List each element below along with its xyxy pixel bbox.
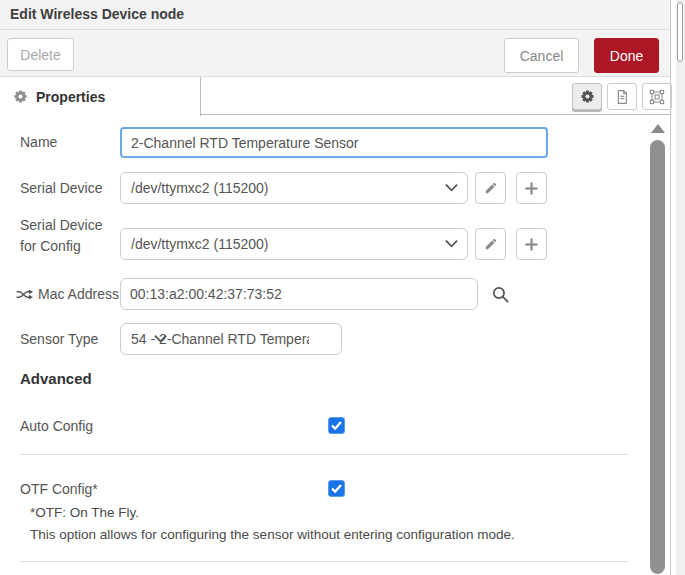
add-serial-device-button[interactable] (516, 172, 547, 204)
form-scrollbar-thumb[interactable] (650, 140, 665, 574)
edit-serial-device-button[interactable] (475, 172, 506, 204)
serial-device-value: /dev/ttymxc2 (115200) (131, 180, 268, 196)
name-label: Name (20, 134, 57, 150)
edit-node-dialog: Edit Wireless Device node Delete Cancel … (0, 0, 685, 575)
chevron-down-icon (154, 334, 332, 343)
gear-icon (580, 89, 595, 104)
pencil-icon (484, 181, 498, 195)
cancel-button[interactable]: Cancel (504, 38, 579, 73)
plus-icon (525, 238, 538, 251)
plus-icon (525, 182, 538, 195)
name-input[interactable] (120, 127, 548, 158)
section-divider (20, 561, 628, 562)
add-serial-device-config-button[interactable] (516, 228, 547, 260)
section-divider (20, 454, 628, 455)
dialog-header: Edit Wireless Device node (0, 0, 670, 30)
page-scrollbar-thumb[interactable] (677, 2, 683, 62)
scroll-up-button[interactable] (651, 124, 665, 133)
mac-address-label-row: Mac Address (16, 286, 119, 302)
editor-tab-bar: Properties (0, 77, 670, 115)
document-icon (614, 89, 630, 105)
properties-form: Name Serial Device /dev/ttymxc2 (115200) (0, 115, 670, 574)
delete-button[interactable]: Delete (7, 38, 74, 71)
sensor-type-label: Sensor Type (20, 331, 98, 347)
dialog-title: Edit Wireless Device node (10, 6, 184, 22)
otf-note-line1: *OTF: On The Fly. (30, 505, 139, 520)
otf-config-label: OTF Config* (20, 481, 98, 497)
tray-right-edge (670, 0, 671, 575)
search-icon[interactable] (491, 285, 510, 304)
appearance-tab-button[interactable] (642, 83, 672, 110)
description-tab-button[interactable] (607, 83, 637, 110)
serial-device-config-value: /dev/ttymxc2 (115200) (131, 236, 268, 252)
edit-tray: Edit Wireless Device node Delete Cancel … (0, 0, 670, 575)
serial-device-config-label: Serial Device for Config (20, 215, 110, 257)
shuffle-icon (16, 288, 33, 301)
serial-device-select[interactable]: /dev/ttymxc2 (115200) (120, 172, 468, 204)
properties-tab-button[interactable] (572, 83, 602, 110)
appearance-icon (649, 89, 665, 105)
mac-address-label: Mac Address (38, 286, 119, 302)
otf-config-checkbox[interactable] (328, 480, 345, 497)
auto-config-checkbox[interactable] (328, 417, 345, 434)
sensor-type-select[interactable]: 54 - 2-Channel RTD Temperature Sensor (120, 323, 342, 355)
otf-note-line2: This option allows for configuring the s… (30, 527, 515, 542)
edit-serial-device-config-button[interactable] (475, 228, 506, 260)
tab-properties[interactable]: Properties (0, 77, 201, 116)
serial-device-config-select[interactable]: /dev/ttymxc2 (115200) (120, 228, 468, 260)
dialog-toolbar: Delete Cancel Done (0, 30, 670, 77)
chevron-down-icon (445, 183, 458, 192)
advanced-section-heading: Advanced (20, 370, 92, 387)
chevron-down-icon (445, 239, 458, 248)
tab-properties-label: Properties (36, 89, 105, 105)
pencil-icon (484, 237, 498, 251)
auto-config-label: Auto Config (20, 418, 93, 434)
done-button[interactable]: Done (594, 38, 659, 73)
mac-address-input[interactable] (120, 278, 478, 310)
page-scrollbar[interactable] (676, 0, 685, 575)
gear-icon (13, 89, 28, 104)
serial-device-label: Serial Device (20, 180, 102, 196)
